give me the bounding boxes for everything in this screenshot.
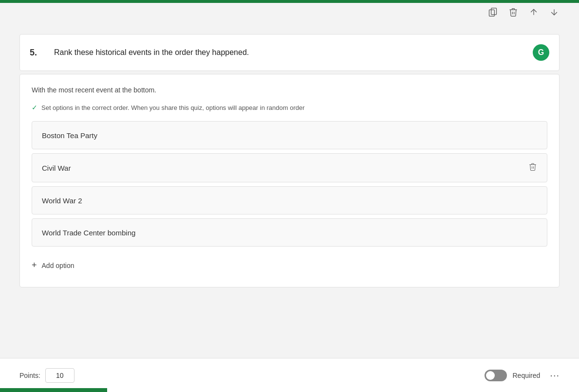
option-item: Civil War <box>32 153 547 182</box>
required-label: Required <box>513 372 541 379</box>
subtitle: With the most recent event at the bottom… <box>32 86 547 94</box>
option-text-3: World War 2 <box>42 196 82 205</box>
content-card: With the most recent event at the bottom… <box>19 74 560 287</box>
main-container: 5. Rank these historical events in the o… <box>19 34 560 353</box>
svg-rect-0 <box>491 8 497 15</box>
bottom-bar: Points: Required ··· <box>0 358 579 392</box>
option-text-4: World Trade Center bombing <box>42 229 135 237</box>
bottom-green-bar <box>0 388 107 392</box>
question-header: 5. Rank these historical events in the o… <box>19 34 560 71</box>
required-toggle[interactable] <box>485 370 507 381</box>
avatar: G <box>533 44 549 61</box>
copy-button[interactable] <box>487 7 498 18</box>
delete-button[interactable] <box>508 7 519 18</box>
question-number: 5. <box>30 48 44 58</box>
move-down-button[interactable] <box>549 7 560 18</box>
checkmark-icon: ✓ <box>32 104 37 111</box>
more-options-button[interactable]: ··· <box>550 370 560 381</box>
option-text-2: Civil War <box>42 164 71 172</box>
top-green-bar <box>0 0 579 3</box>
move-up-button[interactable] <box>528 7 539 18</box>
bottom-right: Required ··· <box>485 370 560 381</box>
add-option-label: Add option <box>42 262 75 269</box>
points-label: Points: <box>19 372 40 379</box>
options-list: Boston Tea Party Civil War World War 2 <box>32 121 547 247</box>
toolbar <box>487 7 560 18</box>
add-option-button[interactable]: + Add option <box>32 258 547 272</box>
set-options-notice: Set options in the correct order. When y… <box>41 104 305 111</box>
question-text: Rank these historical events in the orde… <box>54 48 533 57</box>
option-text-1: Boston Tea Party <box>42 131 97 140</box>
set-options-row: ✓ Set options in the correct order. When… <box>32 104 547 111</box>
points-input[interactable] <box>45 368 75 383</box>
option-item: Boston Tea Party <box>32 121 547 149</box>
option-item: World Trade Center bombing <box>32 218 547 247</box>
option-item: World War 2 <box>32 186 547 214</box>
toggle-container: Required <box>485 370 541 381</box>
svg-rect-1 <box>489 10 495 16</box>
toggle-knob <box>486 371 495 380</box>
add-icon: + <box>32 260 37 270</box>
option-delete-button[interactable] <box>528 162 537 173</box>
